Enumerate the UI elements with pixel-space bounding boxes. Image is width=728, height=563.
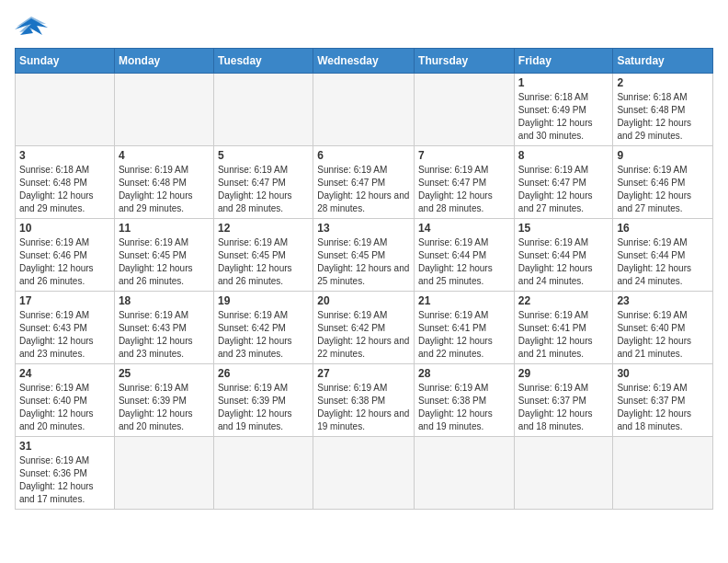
- calendar-cell: [16, 74, 115, 146]
- calendar-cell: 1Sunrise: 6:18 AM Sunset: 6:49 PM Daylig…: [514, 74, 613, 146]
- week-row-6: 31Sunrise: 6:19 AM Sunset: 6:36 PM Dayli…: [16, 437, 713, 510]
- day-number: 2: [617, 76, 709, 89]
- day-info: Sunrise: 6:19 AM Sunset: 6:44 PM Dayligh…: [518, 236, 609, 288]
- calendar-cell: 17Sunrise: 6:19 AM Sunset: 6:43 PM Dayli…: [16, 292, 115, 364]
- calendar-cell: [213, 437, 313, 510]
- day-info: Sunrise: 6:19 AM Sunset: 6:43 PM Dayligh…: [119, 309, 210, 361]
- calendar-cell: [415, 437, 515, 510]
- day-number: 9: [617, 149, 709, 162]
- calendar-cell: 23Sunrise: 6:19 AM Sunset: 6:40 PM Dayli…: [613, 292, 713, 364]
- day-info: Sunrise: 6:19 AM Sunset: 6:41 PM Dayligh…: [518, 309, 609, 361]
- day-number: 10: [19, 222, 110, 235]
- day-info: Sunrise: 6:19 AM Sunset: 6:45 PM Dayligh…: [119, 236, 210, 288]
- calendar-cell: 2Sunrise: 6:18 AM Sunset: 6:48 PM Daylig…: [613, 74, 713, 146]
- calendar-cell: [613, 437, 713, 510]
- calendar-cell: 18Sunrise: 6:19 AM Sunset: 6:43 PM Dayli…: [114, 292, 213, 364]
- day-number: 12: [218, 222, 309, 235]
- day-number: 27: [317, 367, 410, 380]
- day-info: Sunrise: 6:19 AM Sunset: 6:46 PM Dayligh…: [617, 164, 709, 215]
- calendar-cell: 27Sunrise: 6:19 AM Sunset: 6:38 PM Dayli…: [313, 364, 415, 437]
- day-number: 26: [218, 367, 309, 380]
- logo: [15, 15, 51, 40]
- day-number: 23: [617, 294, 709, 307]
- header: [15, 15, 713, 40]
- day-header-monday: Monday: [114, 49, 213, 74]
- calendar-cell: [213, 74, 313, 146]
- calendar-cell: [313, 74, 415, 146]
- calendar-cell: 22Sunrise: 6:19 AM Sunset: 6:41 PM Dayli…: [514, 292, 613, 364]
- day-info: Sunrise: 6:19 AM Sunset: 6:47 PM Dayligh…: [218, 164, 309, 215]
- day-header-sunday: Sunday: [16, 49, 115, 74]
- day-number: 19: [218, 294, 309, 307]
- day-number: 29: [518, 367, 609, 380]
- day-number: 15: [518, 222, 609, 235]
- day-header-friday: Friday: [514, 49, 613, 74]
- day-info: Sunrise: 6:19 AM Sunset: 6:44 PM Dayligh…: [617, 236, 709, 288]
- day-info: Sunrise: 6:19 AM Sunset: 6:43 PM Dayligh…: [19, 309, 110, 361]
- day-info: Sunrise: 6:19 AM Sunset: 6:42 PM Dayligh…: [218, 309, 309, 361]
- calendar-cell: [114, 74, 213, 146]
- calendar-cell: 21Sunrise: 6:19 AM Sunset: 6:41 PM Dayli…: [415, 292, 515, 364]
- day-number: 6: [317, 149, 410, 162]
- day-info: Sunrise: 6:18 AM Sunset: 6:49 PM Dayligh…: [518, 91, 609, 143]
- day-number: 24: [19, 367, 110, 380]
- day-info: Sunrise: 6:18 AM Sunset: 6:48 PM Dayligh…: [19, 164, 110, 215]
- calendar-cell: 25Sunrise: 6:19 AM Sunset: 6:39 PM Dayli…: [114, 364, 213, 437]
- calendar-cell: 14Sunrise: 6:19 AM Sunset: 6:44 PM Dayli…: [415, 219, 515, 292]
- day-info: Sunrise: 6:19 AM Sunset: 6:39 PM Dayligh…: [119, 382, 210, 433]
- day-info: Sunrise: 6:19 AM Sunset: 6:45 PM Dayligh…: [317, 236, 410, 288]
- calendar-cell: 26Sunrise: 6:19 AM Sunset: 6:39 PM Dayli…: [213, 364, 313, 437]
- day-info: Sunrise: 6:19 AM Sunset: 6:45 PM Dayligh…: [218, 236, 309, 288]
- day-info: Sunrise: 6:19 AM Sunset: 6:38 PM Dayligh…: [317, 382, 410, 433]
- week-row-4: 17Sunrise: 6:19 AM Sunset: 6:43 PM Dayli…: [16, 292, 713, 364]
- calendar-cell: [514, 437, 613, 510]
- day-info: Sunrise: 6:19 AM Sunset: 6:39 PM Dayligh…: [218, 382, 309, 433]
- calendar-cell: 6Sunrise: 6:19 AM Sunset: 6:47 PM Daylig…: [313, 146, 415, 219]
- calendar-cell: 3Sunrise: 6:18 AM Sunset: 6:48 PM Daylig…: [16, 146, 115, 219]
- day-number: 8: [518, 149, 609, 162]
- calendar-cell: [415, 74, 515, 146]
- calendar-cell: 11Sunrise: 6:19 AM Sunset: 6:45 PM Dayli…: [114, 219, 213, 292]
- day-info: Sunrise: 6:19 AM Sunset: 6:38 PM Dayligh…: [418, 382, 510, 433]
- day-number: 17: [19, 294, 110, 307]
- calendar-cell: 9Sunrise: 6:19 AM Sunset: 6:46 PM Daylig…: [613, 146, 713, 219]
- day-number: 22: [518, 294, 609, 307]
- day-info: Sunrise: 6:19 AM Sunset: 6:36 PM Dayligh…: [19, 454, 110, 506]
- day-info: Sunrise: 6:19 AM Sunset: 6:42 PM Dayligh…: [317, 309, 410, 361]
- day-number: 3: [19, 149, 110, 162]
- calendar-cell: 29Sunrise: 6:19 AM Sunset: 6:37 PM Dayli…: [514, 364, 613, 437]
- day-number: 30: [617, 367, 709, 380]
- calendar-cell: 13Sunrise: 6:19 AM Sunset: 6:45 PM Dayli…: [313, 219, 415, 292]
- day-number: 1: [518, 76, 609, 89]
- day-info: Sunrise: 6:19 AM Sunset: 6:41 PM Dayligh…: [418, 309, 510, 361]
- day-number: 7: [418, 149, 510, 162]
- day-header-saturday: Saturday: [613, 49, 713, 74]
- day-info: Sunrise: 6:19 AM Sunset: 6:48 PM Dayligh…: [119, 164, 210, 215]
- day-info: Sunrise: 6:19 AM Sunset: 6:37 PM Dayligh…: [617, 382, 709, 433]
- calendar-cell: 24Sunrise: 6:19 AM Sunset: 6:40 PM Dayli…: [16, 364, 115, 437]
- calendar-cell: [114, 437, 213, 510]
- day-number: 5: [218, 149, 309, 162]
- day-number: 21: [418, 294, 510, 307]
- day-header-tuesday: Tuesday: [213, 49, 313, 74]
- day-number: 16: [617, 222, 709, 235]
- day-number: 20: [317, 294, 410, 307]
- calendar-cell: 12Sunrise: 6:19 AM Sunset: 6:45 PM Dayli…: [213, 219, 313, 292]
- calendar-header-row: SundayMondayTuesdayWednesdayThursdayFrid…: [16, 49, 713, 74]
- calendar-cell: 10Sunrise: 6:19 AM Sunset: 6:46 PM Dayli…: [16, 219, 115, 292]
- day-number: 14: [418, 222, 510, 235]
- day-number: 28: [418, 367, 510, 380]
- day-header-wednesday: Wednesday: [313, 49, 415, 74]
- day-info: Sunrise: 6:19 AM Sunset: 6:44 PM Dayligh…: [418, 236, 510, 288]
- calendar-cell: 28Sunrise: 6:19 AM Sunset: 6:38 PM Dayli…: [415, 364, 515, 437]
- calendar-cell: 19Sunrise: 6:19 AM Sunset: 6:42 PM Dayli…: [213, 292, 313, 364]
- day-number: 25: [119, 367, 210, 380]
- week-row-1: 1Sunrise: 6:18 AM Sunset: 6:49 PM Daylig…: [16, 74, 713, 146]
- day-number: 18: [119, 294, 210, 307]
- calendar-cell: 15Sunrise: 6:19 AM Sunset: 6:44 PM Dayli…: [514, 219, 613, 292]
- calendar-cell: 4Sunrise: 6:19 AM Sunset: 6:48 PM Daylig…: [114, 146, 213, 219]
- day-info: Sunrise: 6:19 AM Sunset: 6:40 PM Dayligh…: [617, 309, 709, 361]
- day-number: 11: [119, 222, 210, 235]
- day-header-thursday: Thursday: [415, 49, 515, 74]
- week-row-2: 3Sunrise: 6:18 AM Sunset: 6:48 PM Daylig…: [16, 146, 713, 219]
